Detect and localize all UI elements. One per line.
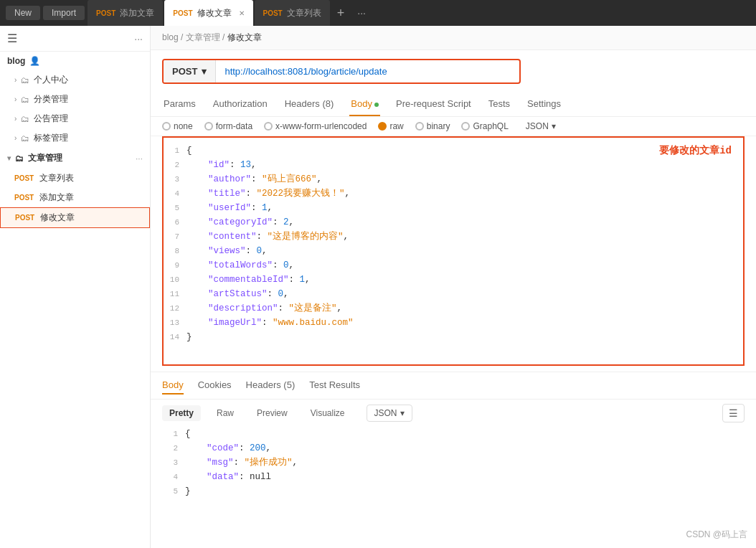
sidebar-top: ☰ ··· [0,26,150,52]
line-number: 7 [166,230,186,244]
resp-line-number: 3 [165,455,185,470]
sidebar-item-label: 修改文章 [40,212,75,224]
response-format-button[interactable]: ☰ [722,404,745,422]
json-type-select[interactable]: JSON▾ [526,121,556,131]
tab-添加文章[interactable]: POST 添加文章 [88,0,163,26]
tab-修改文章[interactable]: POST 修改文章 ✕ [164,0,252,26]
resp-sub-tab-raw[interactable]: Raw [209,405,241,421]
sidebar-item-添加文章[interactable]: POST 添加文章 [0,188,150,207]
body-type-form-data[interactable]: form-data [204,121,252,131]
req-tab-tests[interactable]: Tests [487,93,511,116]
expand-arrow: › [14,76,16,84]
line-number: 9 [166,258,186,273]
line-number: 4 [166,186,186,201]
resp-tab-cookies[interactable]: Cookies [198,377,232,395]
line-number: 5 [166,201,186,215]
line-number: 13 [166,316,186,330]
add-tab-button[interactable]: + [331,0,351,26]
expand-arrow: › [14,95,16,103]
body-type-GraphQL[interactable]: GraphQL [461,121,508,131]
folder-icon: 🗂 [15,153,24,164]
resp-code-line: 1 { [162,427,756,441]
radio-dot-raw [378,122,387,131]
tab-label: 添加文章 [120,7,154,19]
more-tabs-button[interactable]: ··· [351,0,372,26]
menu-icon[interactable]: ☰ [7,32,17,45]
radio-dot-none [162,122,171,131]
sidebar-item-分类管理[interactable]: › 🗂 分类管理 [0,90,150,109]
resp-tab-body[interactable]: Body [162,377,184,395]
resp-code-line: 4 "data": null [162,470,756,484]
folder-icon: 🗂 [21,114,29,124]
body-type-none[interactable]: none [162,121,193,131]
radio-label-binary: binary [427,121,450,131]
url-input[interactable] [216,60,519,82]
resp-sub-tab-preview[interactable]: Preview [250,405,295,421]
sidebar-item-label: 个人中心 [34,74,68,86]
sidebar-more-icon[interactable]: ··· [134,33,143,44]
line-number: 3 [166,172,186,186]
sidebar-folder-title: ▾ 🗂 文章管理 [7,152,62,164]
resp-sub-tab-pretty[interactable]: Pretty [162,405,201,421]
resp-sub-tab-visualize[interactable]: Visualize [303,405,352,421]
req-tab-settings[interactable]: Settings [526,93,562,116]
line-number: 14 [166,330,186,344]
sidebar-section: blog 👤 [0,52,150,70]
close-tab-icon[interactable]: ✕ [239,9,245,17]
import-button[interactable]: Import [43,6,85,20]
json-chevron: ▾ [552,121,556,131]
line-content: "views": 0, [186,244,740,258]
line-content: "imageUrl": "www.baidu.com" [186,316,740,330]
response-body: 1 {2 "code": 200,3 "msg": "操作成功",4 "data… [151,427,756,499]
resp-line-content: "code": 200, [185,441,753,455]
sidebar-section-name: blog [7,56,25,66]
line-content: } [186,330,740,344]
req-tab-params[interactable]: Params [162,93,197,116]
new-button[interactable]: New [6,6,40,20]
top-bar: New Import POST 添加文章 POST 修改文章 ✕POST 文章列… [0,0,756,26]
sidebar-item-文章列表[interactable]: POST 文章列表 [0,169,150,188]
sidebar-section-4[interactable]: ▾ 🗂 文章管理 ··· [0,148,150,169]
sidebar-item-label: 添加文章 [39,192,74,204]
line-content: "totalWords": 0, [186,258,740,273]
req-tab-authorization[interactable]: Authorization [212,93,269,116]
folder-icon: 🗂 [21,95,29,105]
resp-tab-testresults[interactable]: Test Results [309,377,360,395]
line-content: "id": 13, [186,158,740,172]
tab-文章列表[interactable]: POST 文章列表 [255,0,330,26]
url-bar-container: POST ▾ [151,50,756,93]
sidebar-item-公告管理[interactable]: › 🗂 公告管理 [0,109,150,128]
sidebar-item-修改文章[interactable]: POST 修改文章 [0,207,150,228]
body-type-binary[interactable]: binary [415,121,450,131]
sidebar-item-label: 分类管理 [34,93,68,105]
line-number: 2 [166,158,186,172]
body-type-raw[interactable]: raw [378,121,403,131]
method-select[interactable]: POST ▾ [164,60,216,82]
tab-method: POST [173,9,192,17]
code-line: 8 "views": 0, [164,244,743,258]
sidebar-item-个人中心[interactable]: › 🗂 个人中心 [0,70,150,90]
resp-line-content: { [185,427,753,441]
sidebar-icon: 👤 [29,56,40,66]
sidebar-method-badge: POST [14,174,34,182]
radio-label-GraphQL: GraphQL [473,121,508,131]
sidebar-item-标签管理[interactable]: › 🗂 标签管理 [0,128,150,148]
response-json-select[interactable]: JSON▾ [367,405,412,422]
json-label: JSON [526,121,549,131]
req-tab-headers-(8)[interactable]: Headers (8) [283,93,336,116]
sidebar-item-label: 文章列表 [39,172,74,184]
resp-line-content: "msg": "操作成功", [185,455,753,470]
folder-more-icon[interactable]: ··· [136,153,143,164]
code-line: 3 "author": "码上言666", [164,172,743,186]
resp-tab-headers(5)[interactable]: Headers (5) [246,377,296,395]
radio-label-form-data: form-data [216,121,252,131]
radio-label-none: none [174,121,193,131]
code-line: 12 "description": "这是备注", [164,301,743,316]
req-tab-pre-request-script[interactable]: Pre-request Script [394,93,473,116]
req-tab-body[interactable]: Body [349,93,380,116]
url-bar: POST ▾ [162,59,521,84]
radio-label-x-www-form-urlencoded: x-www-form-urlencoded [275,121,367,131]
resp-code-line: 5 } [162,484,756,499]
body-type-x-www-form-urlencoded[interactable]: x-www-form-urlencoded [264,121,367,131]
radio-dot-form-data [204,122,213,131]
